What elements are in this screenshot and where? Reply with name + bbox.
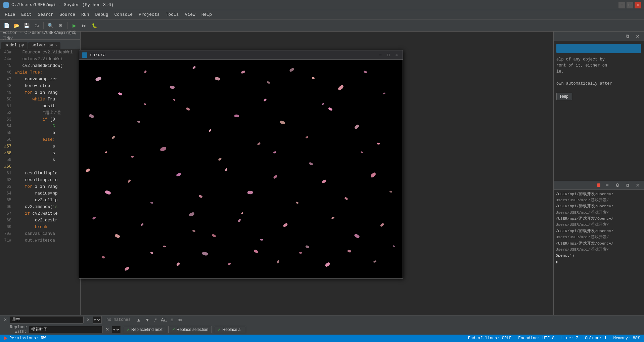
menu-projects[interactable]: Projects — [136, 11, 162, 18]
title-bar: C:/Users/USER/mpi - Spyder (Python 3.6) … — [0, 0, 644, 10]
code-line-70: 70# canvas=canva — [0, 230, 80, 237]
menu-run[interactable]: Run — [79, 11, 92, 18]
console-undock-button[interactable]: ⧉ — [623, 181, 632, 189]
status-left: Permissions: RW — [4, 336, 46, 341]
sakura-window[interactable]: sakura ─ □ ✕ — [79, 50, 403, 279]
replace-options-dropdown[interactable]: ▾ — [112, 326, 121, 333]
menu-edit[interactable]: Edit — [18, 11, 34, 18]
code-line-69: 69 break — [0, 224, 80, 230]
sakura-petal — [279, 120, 285, 125]
sakura-petal — [257, 142, 261, 145]
sakura-petal — [225, 168, 228, 171]
tab-close-solver[interactable]: ✕ — [55, 43, 57, 47]
sakura-petal — [215, 77, 221, 81]
sakura-petal — [309, 162, 313, 166]
sakura-minimize-button[interactable]: ─ — [377, 52, 384, 58]
sakura-petal — [347, 249, 352, 253]
toolbar-separator-2 — [67, 22, 67, 29]
sakura-petal — [102, 256, 105, 259]
maximize-button[interactable]: □ — [627, 2, 633, 8]
sakura-petal — [305, 245, 310, 249]
find-button[interactable]: 🔍 — [46, 21, 55, 30]
code-line-49: 49 for i in rang — [0, 89, 80, 96]
search-regex-button[interactable]: .* — [153, 317, 158, 323]
search-input[interactable] — [10, 316, 84, 324]
menu-view[interactable]: View — [182, 11, 198, 18]
clear-replace-button[interactable]: ✕ — [105, 327, 110, 332]
console-edit-button[interactable]: ✏ — [603, 181, 612, 189]
code-line-64: 64 radius=np — [0, 190, 80, 197]
sakura-petal — [114, 233, 120, 239]
replace-input[interactable] — [29, 326, 103, 333]
close-search-button[interactable]: ✕ — [3, 317, 8, 322]
right-panel-undock[interactable]: ⧉ — [623, 32, 632, 41]
sakura-close-button[interactable]: ✕ — [393, 52, 400, 58]
code-line-68: 68 cv2.destr — [0, 217, 80, 224]
debug-button[interactable]: 🐛 — [90, 21, 99, 30]
save-all-button[interactable]: 🗂 — [32, 21, 41, 30]
close-window-button[interactable]: ✕ — [635, 2, 641, 8]
code-line-66: 66 cv2.imshow('s — [0, 204, 80, 210]
code-line-48: 48 here+=step — [0, 83, 80, 89]
search-options-dropdown[interactable]: ▾ — [93, 316, 102, 324]
run-button[interactable]: ▶ — [70, 21, 79, 30]
console-cursor: ▮ — [556, 259, 642, 265]
stop-button[interactable] — [597, 183, 600, 187]
sakura-titlebar[interactable]: sakura ─ □ ✕ — [79, 50, 403, 60]
console-close-button[interactable]: ✕ — [633, 181, 642, 189]
search-case-button[interactable]: Aa — [160, 317, 168, 323]
clear-search-button[interactable]: ✕ — [86, 317, 91, 322]
sakura-petal — [173, 98, 176, 101]
replace-all-button[interactable]: ✓ Replace all — [214, 326, 246, 333]
new-file-button[interactable]: 📄 — [2, 21, 11, 30]
menu-help[interactable]: Help — [199, 11, 215, 18]
preferences-button[interactable]: ⚙ — [56, 21, 65, 30]
console-line-8: Users/USER/mpi/游戏开发/ — [556, 234, 642, 240]
code-line-58: ⚠58 s — [0, 150, 80, 157]
replace-label: Replace with: — [3, 325, 27, 334]
replace-find-next-button[interactable]: ✓ Replace/find next — [123, 326, 166, 333]
save-file-button[interactable]: 💾 — [22, 21, 31, 30]
open-file-button[interactable]: 📂 — [12, 21, 21, 30]
replace-selection-button[interactable]: ✓ Replace selection — [168, 326, 212, 333]
sakura-maximize-button[interactable]: □ — [385, 52, 392, 58]
menu-tools[interactable]: Tools — [163, 11, 182, 18]
menu-search[interactable]: Search — [35, 11, 56, 18]
sakura-petal — [370, 172, 376, 178]
sakura-petal — [360, 151, 363, 154]
encoding-status: Encoding: UTF-8 — [518, 336, 555, 341]
tab-name-model: model.py — [5, 43, 24, 48]
sakura-petal — [218, 158, 222, 161]
memory-status: Memory: 88% — [613, 336, 640, 341]
menu-source[interactable]: Source — [57, 11, 78, 18]
code-line-44: 44# out=cv2.VideoWri — [0, 56, 80, 62]
code-line-65: 65 cv2.ellip — [0, 197, 80, 204]
code-area[interactable]: 43# Fourcc= cv2.VideoWri 44# out=cv2.Vid… — [0, 49, 80, 315]
menu-file[interactable]: File — [2, 11, 18, 18]
sakura-petal — [89, 113, 94, 118]
sakura-petal — [354, 233, 360, 239]
editor-tab-model[interactable]: model.py — [1, 42, 28, 49]
sakura-petal — [325, 262, 330, 267]
help-search-bar — [556, 44, 641, 53]
search-word-button[interactable]: ⧈ — [170, 317, 175, 323]
menu-console[interactable]: Console — [111, 11, 135, 18]
search-next-button[interactable]: ▼ — [144, 317, 151, 323]
right-panel-close[interactable]: ✕ — [633, 32, 642, 41]
code-line-50: 50 while Tru — [0, 96, 80, 103]
menu-debug[interactable]: Debug — [92, 11, 111, 18]
search-more-button[interactable]: ≫ — [177, 317, 184, 323]
sakura-petal — [328, 107, 333, 111]
sakura-petal — [273, 175, 278, 179]
help-button[interactable]: Help — [556, 93, 572, 100]
console-settings-button[interactable]: ⚙ — [613, 181, 622, 189]
minimize-button[interactable]: ─ — [618, 2, 625, 8]
search-replace-bar: ✕ ✕ ▾ no matches ▲ ▼ .* Aa ⧈ ≫ Replace w… — [0, 315, 644, 335]
run-file-button[interactable]: ⏭ — [80, 21, 89, 30]
console-line-10: Users/USER/mpi/游戏开发/ — [556, 247, 642, 253]
sakura-petal — [312, 77, 315, 79]
sakura-petal — [131, 156, 134, 158]
search-prev-button[interactable]: ▲ — [135, 317, 142, 323]
help-content: elp of any object by ront of it, either … — [554, 41, 644, 181]
editor-tab-solver[interactable]: solver.py ✕ — [28, 42, 61, 49]
